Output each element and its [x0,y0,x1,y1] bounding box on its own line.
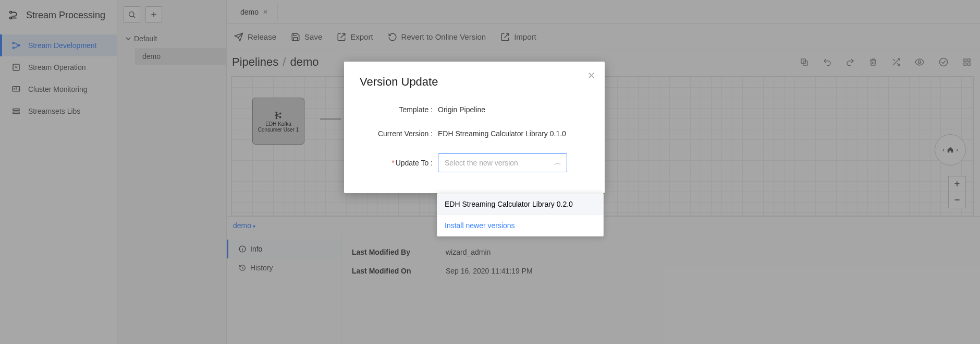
update-to-label: *Update To : [360,159,438,167]
chevron-up-icon: ︿ [554,158,561,168]
dropdown-option[interactable]: EDH Streaming Calculator Library 0.2.0 [437,194,603,215]
version-dropdown: EDH Streaming Calculator Library 0.2.0 I… [437,193,604,236]
select-placeholder: Select the new version [445,159,518,167]
template-value: Origin Pipeline [438,105,485,114]
modal-title: Version Update [360,75,589,89]
modal-close-button[interactable]: ✕ [587,70,595,81]
current-version-label: Current Version : [360,129,438,138]
version-update-modal: ✕ Version Update Template : Origin Pipel… [344,62,605,193]
modal-overlay[interactable]: ✕ Version Update Template : Origin Pipel… [0,0,980,344]
current-version-value: EDH Streaming Calculator Library 0.1.0 [438,129,566,138]
update-to-select[interactable]: Select the new version ︿ [438,153,567,172]
template-label: Template : [360,105,438,114]
install-newer-link[interactable]: Install newer versions [437,215,603,236]
